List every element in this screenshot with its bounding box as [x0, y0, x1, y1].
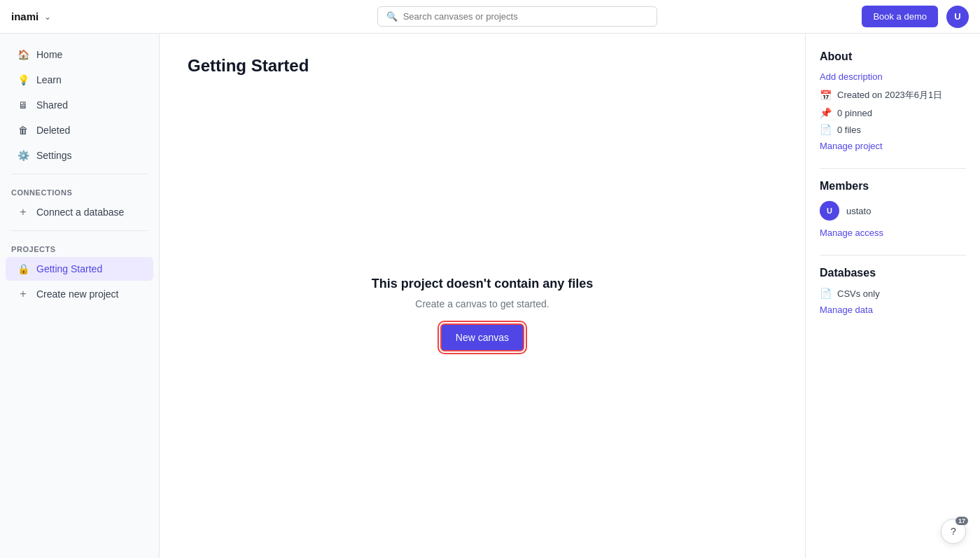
- learn-icon: 💡: [17, 74, 29, 86]
- layout: 🏠 Home 💡 Learn 🖥 Shared 🗑 Deleted ⚙️ Set…: [0, 34, 980, 558]
- sidebar-item-label: Home: [36, 49, 62, 60]
- sidebar-item-home[interactable]: 🏠 Home: [6, 43, 153, 67]
- right-panel: About Add description 📅 Created on 2023年…: [805, 34, 980, 558]
- sidebar-item-learn[interactable]: 💡 Learn: [6, 68, 153, 92]
- file-icon: 📄: [820, 124, 832, 135]
- panel-divider-1: [820, 168, 966, 169]
- search-input[interactable]: [403, 11, 648, 22]
- search-box: 🔍: [377, 6, 657, 27]
- create-new-project-item[interactable]: + Create new project: [6, 282, 153, 306]
- projects-label: PROJECTS: [0, 237, 159, 256]
- sidebar-item-getting-started[interactable]: 🔒 Getting Started: [6, 257, 153, 281]
- deleted-icon: 🗑: [17, 124, 29, 137]
- plus-icon-2: +: [17, 288, 29, 300]
- calendar-icon: 📅: [820, 90, 832, 101]
- new-canvas-button[interactable]: New canvas: [440, 323, 524, 351]
- manage-access-link[interactable]: Manage access: [820, 228, 966, 238]
- connections-label: CONNECTIONS: [0, 180, 159, 200]
- active-project-label: Getting Started: [36, 263, 102, 274]
- manage-project-link[interactable]: Manage project: [820, 141, 966, 151]
- member-avatar: U: [820, 201, 839, 221]
- empty-state-title: This project doesn't contain any files: [372, 277, 593, 291]
- db-icon: 📄: [820, 288, 832, 299]
- topbar: inami ⌄ 🔍 Book a demo U: [0, 0, 980, 34]
- pinned-label: 0 pinned: [837, 108, 872, 118]
- databases-section: Databases 📄 CSVs only Manage data: [820, 267, 966, 315]
- topbar-left: inami ⌄: [11, 11, 172, 22]
- panel-divider-2: [820, 255, 966, 256]
- pin-icon: 📌: [820, 107, 832, 118]
- connect-database-item[interactable]: + Connect a database: [6, 200, 153, 224]
- files-meta: 📄 0 files: [820, 124, 966, 135]
- user-avatar[interactable]: U: [946, 6, 969, 28]
- settings-icon: ⚙️: [17, 149, 29, 162]
- created-meta: 📅 Created on 2023年6月1日: [820, 89, 966, 102]
- brand-name[interactable]: inami: [11, 11, 38, 22]
- sidebar-item-label: Deleted: [36, 125, 70, 136]
- chevron-down-icon[interactable]: ⌄: [44, 12, 51, 22]
- main-content: Getting Started This project doesn't con…: [160, 34, 805, 558]
- sidebar-item-deleted[interactable]: 🗑 Deleted: [6, 118, 153, 142]
- member-row: U ustato: [820, 201, 966, 221]
- help-button[interactable]: 17 ?: [941, 519, 966, 544]
- empty-state-desc: Create a canvas to get started.: [415, 298, 549, 309]
- files-label: 0 files: [837, 125, 861, 135]
- about-section: About Add description 📅 Created on 2023年…: [820, 50, 966, 151]
- db-meta: 📄 CSVs only: [820, 288, 966, 299]
- project-icon: 🔒: [17, 263, 29, 275]
- book-demo-button[interactable]: Book a demo: [862, 6, 938, 27]
- members-section: Members U ustato Manage access: [820, 180, 966, 238]
- sidebar-divider-1: [11, 174, 148, 174]
- manage-data-link[interactable]: Manage data: [820, 305, 966, 315]
- sidebar-item-settings[interactable]: ⚙️ Settings: [6, 144, 153, 167]
- search-icon: 🔍: [386, 11, 398, 22]
- about-title: About: [820, 50, 966, 63]
- add-description-link[interactable]: Add description: [820, 71, 966, 82]
- db-label: CSVs only: [837, 288, 880, 299]
- page-title: Getting Started: [188, 56, 777, 76]
- help-badge: 17: [955, 517, 968, 525]
- sidebar-item-label: Learn: [36, 74, 62, 85]
- sidebar: 🏠 Home 💡 Learn 🖥 Shared 🗑 Deleted ⚙️ Set…: [0, 34, 160, 558]
- connect-database-label: Connect a database: [36, 207, 124, 218]
- empty-state: This project doesn't contain any files C…: [188, 92, 777, 536]
- help-icon: ?: [951, 526, 956, 537]
- created-label: Created on 2023年6月1日: [837, 89, 942, 102]
- sidebar-item-label: Shared: [36, 99, 68, 111]
- plus-icon: +: [17, 206, 29, 218]
- members-title: Members: [820, 180, 966, 193]
- topbar-right: Book a demo U: [862, 6, 969, 28]
- member-name: ustato: [846, 206, 871, 216]
- pinned-meta: 📌 0 pinned: [820, 107, 966, 118]
- sidebar-item-shared[interactable]: 🖥 Shared: [6, 93, 153, 117]
- sidebar-item-label: Settings: [36, 150, 72, 161]
- create-project-label: Create new project: [36, 288, 119, 300]
- search-container: 🔍: [377, 6, 657, 27]
- databases-title: Databases: [820, 267, 966, 279]
- home-icon: 🏠: [17, 48, 29, 61]
- shared-icon: 🖥: [17, 99, 29, 111]
- sidebar-divider-2: [11, 230, 148, 231]
